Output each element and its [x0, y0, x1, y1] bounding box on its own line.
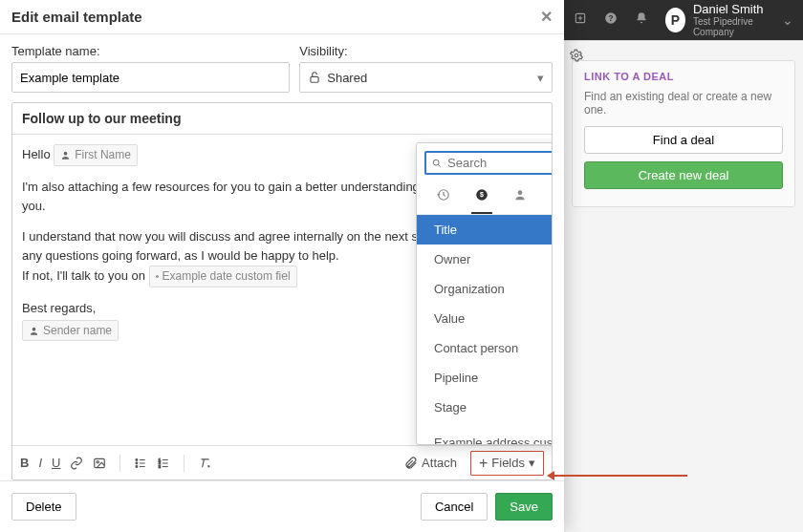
divider	[184, 455, 184, 472]
bell-icon[interactable]	[635, 11, 648, 29]
unlock-icon	[308, 71, 321, 84]
user-menu[interactable]: Daniel Smith Test Pipedrive Company	[693, 3, 776, 37]
field-item-title[interactable]: Title	[417, 215, 553, 245]
link-deal-title: LINK TO A DEAL	[584, 71, 783, 82]
svg-text:?: ?	[609, 14, 614, 23]
dollar-icon: $	[156, 271, 159, 282]
field-item-custom-address[interactable]: Example address custom field	[417, 428, 553, 444]
fields-search-input[interactable]	[447, 156, 553, 170]
field-item-contact-person[interactable]: Contact person	[417, 333, 553, 363]
user-company: Test Pipedrive Company	[693, 16, 776, 37]
close-icon[interactable]: ✕	[540, 8, 553, 26]
visibility-label: Visibility:	[299, 44, 553, 58]
building-icon	[552, 188, 553, 202]
token-first-name[interactable]: First Name	[54, 144, 138, 166]
body-p3a: If not, I'll talk to you on	[22, 268, 145, 283]
chevron-down-icon: ▾	[537, 71, 544, 85]
field-item-pipeline[interactable]: Pipeline	[417, 363, 553, 393]
field-item-stage[interactable]: Stage	[417, 393, 553, 422]
svg-text:$: $	[480, 191, 484, 199]
subject-input[interactable]: Follow up to our meeting	[12, 103, 552, 135]
svg-point-12	[136, 462, 138, 464]
create-deal-button[interactable]: Create new deal	[584, 161, 783, 189]
plus-icon: +	[479, 457, 488, 470]
template-name-input[interactable]	[11, 62, 290, 93]
delete-button[interactable]: Delete	[11, 493, 76, 521]
person-icon	[29, 326, 39, 336]
visibility-select[interactable]: Shared ▾	[299, 62, 553, 93]
dollar-icon: $	[475, 188, 488, 202]
svg-text:3: 3	[159, 463, 162, 468]
tab-person[interactable]	[510, 182, 531, 214]
svg-point-5	[64, 152, 68, 156]
find-deal-button[interactable]: Find a deal	[584, 126, 783, 154]
svg-rect-4	[311, 76, 318, 82]
svg-point-8	[33, 328, 36, 331]
help-icon[interactable]: ?	[604, 11, 618, 29]
underline-button[interactable]: U	[52, 456, 60, 470]
clear-format-button[interactable]	[198, 457, 211, 470]
field-item-organization[interactable]: Organization	[417, 274, 553, 304]
attach-button[interactable]: Attach	[404, 456, 457, 470]
number-list-button[interactable]: 123	[157, 457, 170, 470]
fields-popover: $ Title	[416, 142, 553, 445]
bullet-list-button[interactable]	[134, 457, 147, 470]
visibility-value: Shared	[327, 71, 367, 85]
user-name: Daniel Smith	[693, 3, 776, 16]
tab-org[interactable]	[548, 182, 553, 214]
avatar[interactable]: P	[665, 8, 685, 32]
search-icon	[432, 157, 442, 170]
save-button[interactable]: Save	[495, 493, 553, 521]
quick-add-icon[interactable]	[574, 11, 587, 29]
chevron-down-icon[interactable]: ⌄	[782, 12, 793, 28]
field-item-value[interactable]: Value	[417, 304, 553, 333]
bold-button[interactable]: B	[20, 456, 29, 470]
cancel-button[interactable]: Cancel	[421, 493, 488, 521]
divider	[119, 455, 120, 472]
template-name-label: Template name:	[11, 44, 290, 58]
svg-point-20	[518, 190, 523, 195]
svg-point-17	[433, 160, 439, 165]
fields-button[interactable]: + Fields ▾	[470, 451, 544, 476]
svg-point-13	[136, 465, 138, 467]
person-icon	[513, 188, 527, 202]
body-p2b: any questions going forward, as I would …	[22, 248, 339, 263]
history-icon	[437, 188, 450, 202]
image-button[interactable]	[93, 457, 106, 470]
link-deal-desc: Find an existing deal or create a new on…	[584, 90, 783, 117]
token-date[interactable]: $ Example date custom fiel	[149, 266, 297, 287]
svg-point-11	[136, 458, 138, 460]
svg-point-3	[575, 53, 578, 57]
tab-recent[interactable]	[433, 182, 454, 214]
tab-deal[interactable]: $	[471, 182, 492, 214]
body-hello: Hello	[22, 147, 51, 161]
svg-point-10	[97, 460, 98, 462]
link-button[interactable]	[70, 457, 83, 470]
italic-button[interactable]: I	[38, 456, 42, 470]
gear-icon[interactable]	[570, 49, 583, 65]
field-item-owner[interactable]: Owner	[417, 245, 553, 274]
person-icon	[60, 150, 71, 160]
token-sender[interactable]: Sender name	[22, 320, 119, 342]
modal-title: Edit email template	[11, 9, 142, 25]
paperclip-icon	[404, 457, 418, 470]
annotation-arrow	[553, 475, 687, 477]
chevron-down-icon: ▾	[529, 456, 535, 470]
